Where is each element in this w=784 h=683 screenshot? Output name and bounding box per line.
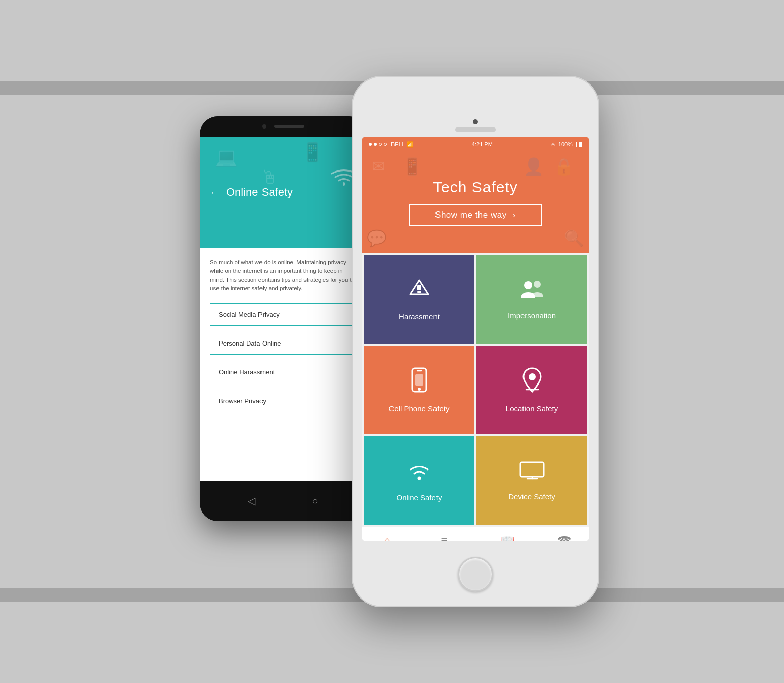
android-phone: 💻 🖱 📱 ← Online Safety So much of what we… — [200, 116, 367, 521]
cellphone-icon — [410, 367, 428, 397]
help-icon: ☎ — [557, 534, 571, 542]
iphone-camera — [473, 119, 478, 124]
impersonation-icon — [520, 279, 544, 304]
online-cell[interactable]: Online Safety — [364, 436, 474, 525]
cellphone-cell[interactable]: Cell Phone Safety — [364, 346, 474, 434]
android-body: So much of what we do is online. Maintai… — [200, 248, 367, 481]
bluetooth-icon: ✳ — [551, 141, 555, 148]
android-screen: 💻 🖱 📱 ← Online Safety So much of what we… — [200, 137, 367, 481]
nav-bookmarks[interactable]: 📖 Bookmarks — [494, 534, 521, 542]
location-label: Location Safety — [506, 404, 558, 413]
category-grid: Harassment Impersonation — [362, 253, 589, 527]
iphone-bottom-hardware — [352, 541, 599, 607]
svg-rect-8 — [415, 374, 423, 386]
phones-container: 💻 🖱 📱 ← Online Safety So much of what we… — [185, 76, 599, 607]
device-label: Device Safety — [508, 492, 555, 501]
header-bg-icons: ✉ 📱 🔒 👤 💬 🔍 — [362, 152, 589, 253]
iphone: BELL 📶 4:21 PM ✳ 100% ▌ ✉ 📱 🔒 👤 💬 — [352, 76, 599, 607]
device-cell[interactable]: Device Safety — [476, 436, 587, 525]
iphone-screen: BELL 📶 4:21 PM ✳ 100% ▌ ✉ 📱 🔒 👤 💬 — [362, 137, 589, 541]
online-label: Online Safety — [396, 493, 442, 502]
svg-point-11 — [417, 476, 421, 480]
battery-icon: ▌ — [576, 142, 582, 147]
home-icon: ⌂ — [384, 534, 390, 542]
android-header-bg: 💻 🖱 📱 — [200, 137, 367, 248]
show-me-way-arrow: › — [513, 210, 516, 220]
battery-label: 100% — [558, 141, 573, 147]
android-back-nav[interactable]: ◁ — [245, 494, 259, 508]
svg-point-4 — [534, 281, 541, 288]
status-bar: BELL 📶 4:21 PM ✳ 100% ▌ — [362, 137, 589, 152]
impersonation-label: Impersonation — [508, 311, 556, 320]
bottom-nav: ⌂ Home ≡ Resources 📖 Bookmarks ☎ Help — [362, 527, 589, 541]
app-title: Tech Safety — [433, 179, 518, 196]
bookmarks-icon: 📖 — [501, 534, 514, 542]
status-time: 4:21 PM — [472, 141, 493, 147]
android-nav-bar: ◁ ○ — [200, 481, 367, 521]
signal-dot-3 — [379, 143, 382, 146]
nav-home[interactable]: ⌂ Home — [380, 534, 395, 542]
status-left: BELL 📶 — [369, 141, 414, 148]
device-icon — [519, 460, 545, 485]
impersonation-cell[interactable]: Impersonation — [476, 255, 587, 344]
android-camera — [262, 124, 266, 129]
iphone-header: ✉ 📱 🔒 👤 💬 🔍 Tech Safety Show me the way … — [362, 152, 589, 253]
signal-dot-1 — [369, 143, 372, 146]
harassment-icon — [408, 278, 430, 305]
android-top-bar — [200, 116, 367, 137]
show-me-way-label: Show me the way — [435, 210, 507, 220]
svg-rect-2 — [417, 291, 421, 293]
svg-point-3 — [524, 281, 532, 289]
svg-rect-12 — [520, 462, 544, 477]
iphone-home-button[interactable] — [458, 557, 493, 592]
online-icon — [407, 459, 432, 486]
svg-point-7 — [418, 388, 421, 391]
list-item[interactable]: Personal Data Online — [210, 332, 357, 355]
android-header: 💻 🖱 📱 ← Online Safety — [200, 137, 367, 248]
list-item[interactable]: Social Media Privacy — [210, 303, 357, 326]
nav-resources[interactable]: ≡ Resources — [431, 534, 458, 542]
cellphone-label: Cell Phone Safety — [388, 404, 449, 413]
wifi-status-icon: 📶 — [407, 141, 414, 148]
android-home-nav[interactable]: ○ — [308, 494, 322, 508]
harassment-cell[interactable]: Harassment — [364, 255, 474, 344]
list-item[interactable]: Online Harassment — [210, 361, 357, 383]
android-body-text: So much of what we do is online. Maintai… — [210, 258, 357, 293]
list-item[interactable]: Browser Privacy — [210, 390, 357, 412]
svg-point-9 — [529, 373, 536, 380]
signal-dot-4 — [384, 143, 387, 146]
show-me-way-button[interactable]: Show me the way › — [409, 204, 542, 226]
iphone-top — [352, 76, 599, 137]
location-icon — [522, 367, 542, 397]
location-cell[interactable]: Location Safety — [476, 346, 587, 434]
harassment-label: Harassment — [399, 312, 440, 321]
resources-icon: ≡ — [441, 534, 447, 542]
status-right: ✳ 100% ▌ — [551, 141, 582, 148]
iphone-speaker — [455, 127, 496, 132]
svg-rect-1 — [417, 285, 421, 290]
nav-help[interactable]: ☎ Help — [557, 534, 571, 542]
android-speaker — [274, 125, 304, 128]
signal-dot-2 — [374, 143, 377, 146]
carrier-label: BELL — [391, 141, 405, 147]
